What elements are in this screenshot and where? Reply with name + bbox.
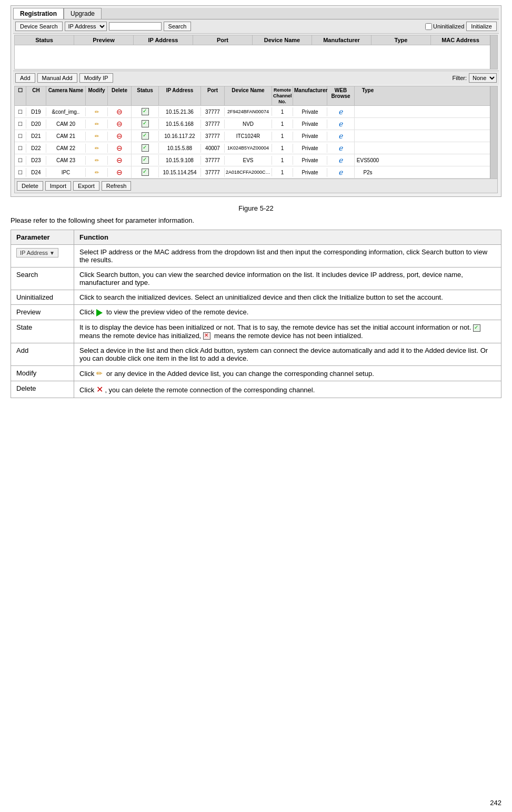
camera-th-device-name: Device Name [225, 86, 272, 105]
camera-th-check: ☐ [15, 86, 26, 105]
uninitialized-icon [203, 332, 210, 340]
param-row-modify: Modify Click ✏ or any device in the Adde… [11, 366, 501, 381]
camera-table-area: ☐ CH Camera Name Modify Delete Status IP… [14, 86, 498, 193]
param-row-uninitialized: Uninitialized Click to search the initia… [11, 290, 501, 305]
search-input[interactable] [109, 22, 162, 31]
initialize-button[interactable]: Initialize [466, 22, 497, 31]
param-header-parameter: Parameter [11, 230, 74, 245]
camera-th-ip: IP Address [159, 86, 201, 105]
camera-row: ☐ D24 IPC ✏ ⊖ 10.15.114.254 37777 2A018C… [15, 166, 490, 179]
param-cell-ip-widget: IP Address ▼ [11, 245, 74, 268]
camera-delete-button[interactable]: Delete [17, 181, 43, 191]
camera-th-name: Camera Name [46, 86, 86, 105]
param-cell-search-label: Search [11, 268, 74, 290]
camera-import-button[interactable]: Import [45, 181, 71, 191]
ip-address-select[interactable]: IP Address [65, 22, 107, 31]
param-cell-uninitialized-function: Click to search the initialized devices.… [74, 290, 501, 305]
device-list-area: Status Preview IP Address Port Device Na… [14, 35, 498, 70]
camera-export-button[interactable]: Export [73, 181, 99, 191]
camera-th-status: Status [132, 86, 159, 105]
param-cell-state-label: State [11, 320, 74, 343]
uninitialized-checkbox[interactable] [425, 23, 432, 30]
tab-upgrade[interactable]: Upgrade [64, 8, 102, 19]
camera-th-delete: Delete [108, 86, 132, 105]
manual-add-button[interactable]: Manual Add [37, 73, 77, 83]
camera-th-type: Type [355, 86, 381, 105]
dropdown-arrow-icon: ▼ [49, 250, 55, 256]
header-preview: Preview [74, 35, 134, 45]
delete-x-icon: ✕ [96, 385, 103, 394]
header-ip: IP Address [134, 35, 193, 45]
modify-ip-button[interactable]: Modify IP [79, 73, 113, 83]
param-cell-delete-function: Click ✕ , you can delete the remote conn… [74, 381, 501, 398]
device-search-button[interactable]: Device Search [15, 22, 63, 31]
header-type: Type [372, 35, 431, 45]
param-cell-add-function: Select a device in the list and then cli… [74, 343, 501, 366]
camera-th-modify: Modify [86, 86, 108, 105]
add-button[interactable]: Add [15, 73, 35, 83]
camera-row: ☐ D19 &conf_img.. ✏ ⊖ 10.15.21.36 37777 … [15, 106, 490, 118]
header-mac: MAC Address [431, 35, 490, 45]
uninitialized-label: Uninitialized [433, 23, 464, 29]
parameter-table: Parameter Function IP Address ▼ Select I… [11, 230, 501, 398]
header-port: Port [193, 35, 253, 45]
param-cell-ip-function: Select IP address or the MAC address fro… [74, 245, 501, 268]
param-cell-preview-function: Click to view the preview video of the r… [74, 305, 501, 320]
param-cell-modify-label: Modify [11, 366, 74, 381]
camera-th-port: Port [201, 86, 225, 105]
camera-row: ☐ D23 CAM 23 ✏ ⊖ 10.15.9.108 37777 EVS 1… [15, 154, 490, 166]
param-cell-modify-function: Click ✏ or any device in the Added devic… [74, 366, 501, 381]
param-row-add: Add Select a device in the list and then… [11, 343, 501, 366]
modify-pencil-icon: ✏ [96, 369, 103, 378]
param-cell-state-function: It is to display the device has been ini… [74, 320, 501, 343]
tab-registration[interactable]: Registration [13, 8, 64, 19]
filter-label: Filter: [453, 75, 467, 81]
scrollbar[interactable] [490, 35, 497, 69]
camera-refresh-button[interactable]: Refresh [102, 181, 132, 191]
camera-row: ☐ D20 CAM 20 ✏ ⊖ 10.15.6.168 37777 NVD 1… [15, 118, 490, 130]
param-cell-uninitialized-label: Uninitialized [11, 290, 74, 305]
param-row-search: Search Click Search button, you can view… [11, 268, 501, 290]
search-button[interactable]: Search [164, 22, 192, 31]
top-toolbar: Device Search IP Address Search Uninitia… [13, 19, 499, 34]
play-icon [96, 309, 103, 316]
param-cell-preview-label: Preview [11, 305, 74, 320]
intro-text: Please refer to the following sheet for … [11, 216, 501, 224]
tab-bar: Registration Upgrade [13, 8, 499, 19]
screenshot-area: Registration Upgrade Device Search IP Ad… [11, 5, 501, 197]
camera-th-remote-ch: Remote Channel No. [272, 86, 293, 105]
page-number: 242 [490, 799, 501, 807]
camera-th-ch: CH [26, 86, 46, 105]
camera-row: ☐ D22 CAM 22 ✏ ⊖ 10.15.5.88 40007 1K024B… [15, 142, 490, 154]
device-table-header: Status Preview IP Address Port Device Na… [15, 35, 490, 45]
device-bottom-toolbar: Add Manual Add Modify IP Filter: None [13, 71, 499, 85]
camera-th-web: WEB Browse [327, 86, 355, 105]
camera-bottom-toolbar: Delete Import Export Refresh [15, 179, 497, 193]
figure-caption: Figure 5-22 [0, 204, 512, 212]
param-row-ip-address: IP Address ▼ Select IP address or the MA… [11, 245, 501, 268]
filter-select[interactable]: None [469, 73, 497, 83]
header-device-name: Device Name [253, 35, 312, 45]
camera-scrollbar[interactable] [490, 86, 497, 179]
param-row-preview: Preview Click to view the preview video … [11, 305, 501, 320]
param-row-delete: Delete Click ✕ , you can delete the remo… [11, 381, 501, 398]
param-header-function: Function [74, 230, 501, 245]
param-cell-search-function: Click Search button, you can view the se… [74, 268, 501, 290]
header-manufacturer: Manufacturer [312, 35, 372, 45]
ip-address-widget: IP Address ▼ [16, 248, 58, 258]
uninitialized-checkbox-label[interactable]: Uninitialized [425, 23, 464, 30]
param-cell-add-label: Add [11, 343, 74, 366]
header-status: Status [15, 35, 74, 45]
camera-th-manufacturer: Manufacturer [293, 86, 327, 105]
camera-row: ☐ D21 CAM 21 ✏ ⊖ 10.16.117.22 37777 ITC1… [15, 130, 490, 142]
initialized-icon [473, 324, 480, 332]
param-cell-delete-label: Delete [11, 381, 74, 398]
param-row-state: State It is to display the device has be… [11, 320, 501, 343]
